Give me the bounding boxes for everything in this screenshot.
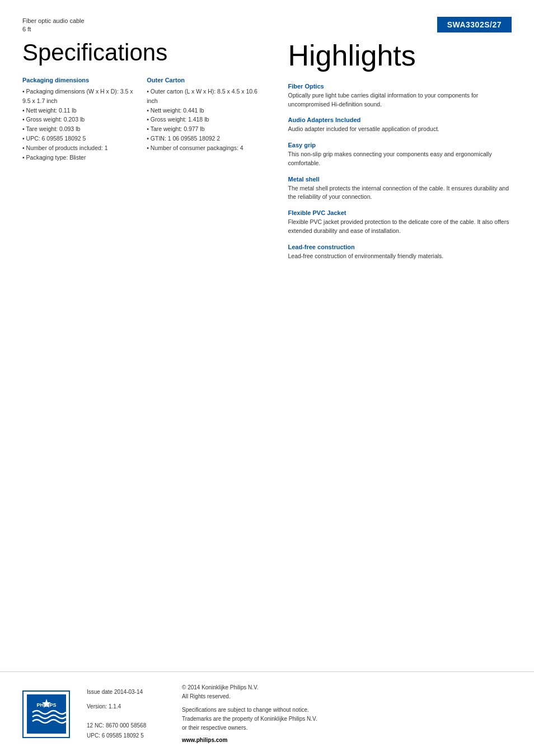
footer-legal: © 2014 Koninklijke Philips N.V. All Righ… <box>182 683 317 745</box>
highlight-desc: This non-slip grip makes connecting your… <box>288 150 512 168</box>
list-item: Packaging dimensions (W x H x D): 3.5 x … <box>22 87 135 106</box>
list-item: Tare weight: 0.977 lb <box>147 124 260 134</box>
upc: UPC: 6 09585 18092 5 <box>87 731 165 741</box>
specs-title: Specifications <box>22 40 260 66</box>
highlight-item: Flexible PVC JacketFlexible PVC jacket p… <box>288 209 512 236</box>
version: Version: 1.1.4 <box>87 702 165 712</box>
highlight-desc: Audio adapter included for versatile app… <box>288 125 512 134</box>
list-item: Nett weight: 0.11 lb <box>22 106 135 115</box>
highlight-desc: The metal shell protects the internal co… <box>288 184 512 202</box>
left-sections: Packaging dimensions Packaging dimension… <box>22 77 260 162</box>
highlight-desc: Optically pure light tube carries digita… <box>288 91 512 109</box>
highlight-item: Metal shellThe metal shell protects the … <box>288 176 512 202</box>
list-item: GTIN: 1 06 09585 18092 2 <box>147 134 260 143</box>
outer-carton-title: Outer Carton <box>147 77 260 83</box>
list-item: Packaging type: Blister <box>22 153 135 162</box>
issue-label: Issue date <box>87 689 114 695</box>
packaging-section: Packaging dimensions Packaging dimension… <box>22 77 135 162</box>
packaging-list: Packaging dimensions (W x H x D): 3.5 x … <box>22 87 135 162</box>
philips-logo-svg: PHILIPS <box>27 694 66 734</box>
website: www.philips.com <box>182 736 317 745</box>
highlight-item: Lead-free constructionLead-free construc… <box>288 244 512 261</box>
model-badge: SWA3302S/27 <box>437 17 512 32</box>
disclaimer2: Trademarks are the property of Koninklij… <box>182 715 317 724</box>
issue-date-value: 2014-03-14 <box>114 689 143 695</box>
list-item: Outer carton (L x W x H): 8.5 x 4.5 x 10… <box>147 87 260 106</box>
footer-meta: Issue date 2014-03-14 Version: 1.1.4 12 … <box>87 687 165 741</box>
list-item: Gross weight: 1.418 lb <box>147 115 260 124</box>
upc-label: UPC: <box>87 732 102 739</box>
highlight-item: Fiber OpticsOptically pure light tube ca… <box>288 83 512 109</box>
nc-label: 12 NC: <box>87 722 106 729</box>
highlight-title: Metal shell <box>288 176 512 183</box>
right-column: Highlights Fiber OpticsOptically pure li… <box>277 40 512 269</box>
footer: PHILIPS Issue date 2014-03-14 Version: 1… <box>0 671 534 756</box>
list-item: Nett weight: 0.441 lb <box>147 106 260 115</box>
version-label: Version: <box>87 703 109 710</box>
product-line2: 6 ft <box>22 25 85 34</box>
nc-value: 8670 000 58568 <box>106 722 146 729</box>
version-value: 1.1.4 <box>109 703 121 710</box>
disclaimer3: or their respective owners. <box>182 724 317 732</box>
list-item: UPC: 6 09585 18092 5 <box>22 134 135 143</box>
list-item: Gross weight: 0.203 lb <box>22 115 135 124</box>
rights: All Rights reserved. <box>182 692 317 701</box>
highlight-title: Fiber Optics <box>288 83 512 90</box>
outer-carton-list: Outer carton (L x W x H): 8.5 x 4.5 x 10… <box>147 87 260 153</box>
packaging-title: Packaging dimensions <box>22 77 135 83</box>
main-content: Specifications Packaging dimensions Pack… <box>22 40 512 269</box>
highlight-item: Audio Adapters IncludedAudio adapter inc… <box>288 116 512 134</box>
highlight-desc: Lead-free construction of environmentall… <box>288 252 512 261</box>
issue-date: Issue date 2014-03-14 <box>87 687 165 697</box>
nc: 12 NC: 8670 000 58568 <box>87 721 165 731</box>
upc-value: 6 09585 18092 5 <box>102 732 144 739</box>
highlight-title: Lead-free construction <box>288 244 512 250</box>
header: Fiber optic audio cable 6 ft SWA3302S/27 <box>22 17 512 34</box>
list-item: Number of products included: 1 <box>22 143 135 153</box>
product-line1: Fiber optic audio cable <box>22 17 85 25</box>
disclaimer1: Specifications are subject to change wit… <box>182 706 317 715</box>
list-item: Tare weight: 0.093 lb <box>22 124 135 134</box>
highlight-item: Easy gripThis non-slip grip makes connec… <box>288 142 512 168</box>
highlights-list: Fiber OpticsOptically pure light tube ca… <box>288 83 512 261</box>
highlight-title: Easy grip <box>288 142 512 148</box>
product-info: Fiber optic audio cable 6 ft <box>22 17 85 34</box>
page: Fiber optic audio cable 6 ft SWA3302S/27… <box>0 0 534 756</box>
outer-carton-section: Outer Carton Outer carton (L x W x H): 8… <box>147 77 260 162</box>
highlight-desc: Flexible PVC jacket provided protection … <box>288 218 512 236</box>
left-column: Specifications Packaging dimensions Pack… <box>22 40 277 269</box>
philips-logo: PHILIPS <box>22 690 70 738</box>
highlights-title: Highlights <box>288 40 512 72</box>
list-item: Number of consumer packagings: 4 <box>147 143 260 153</box>
copyright: © 2014 Koninklijke Philips N.V. <box>182 683 317 692</box>
highlight-title: Flexible PVC Jacket <box>288 209 512 216</box>
highlight-title: Audio Adapters Included <box>288 116 512 123</box>
